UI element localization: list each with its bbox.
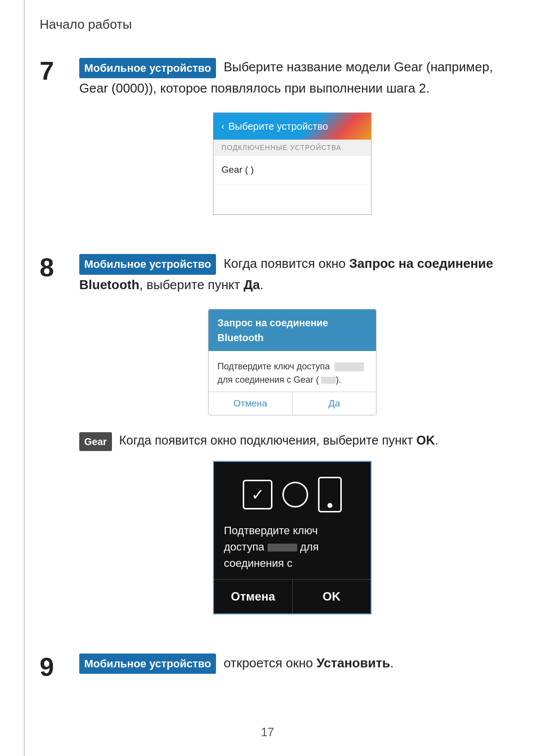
- step-9-number: 9: [40, 653, 74, 681]
- step-9-content: Мобильное устройство откроется окно Уста…: [79, 653, 505, 688]
- bluetooth-cancel-btn[interactable]: Отмена: [209, 392, 293, 415]
- step-9-text-before: откроется окно: [220, 655, 317, 670]
- device-select-item[interactable]: Gear ( ): [214, 156, 371, 185]
- gear-note-text: Когда появится окно подключения, выберит…: [116, 433, 417, 447]
- step-9-bold: Установить: [317, 655, 390, 670]
- pin-gray: [268, 544, 297, 552]
- bluetooth-dialog-title: Запрос на соединение Bluetooth: [209, 309, 376, 351]
- page-border: [24, 0, 25, 756]
- back-arrow-icon: ‹: [221, 120, 224, 133]
- badge-mobile-7: Мобильное устройство: [79, 58, 216, 78]
- device-select-title: Выберите устройство: [228, 119, 328, 134]
- gear-note-ok: OK: [416, 433, 435, 447]
- circle-icon: [282, 482, 308, 507]
- device-section-label: ПОДКЛЮЧЕННЫЕ УСТРОЙСТВА: [214, 140, 371, 156]
- bluetooth-yes-btn[interactable]: Да: [293, 392, 376, 415]
- phone-icon: [318, 477, 342, 512]
- gear-confirm-buttons: Отмена OK: [214, 579, 371, 613]
- gear-confirm-text: Подтвердите ключдоступа длясоединения с: [214, 522, 371, 579]
- bluetooth-dialog-body: Подтвердите ключ доступа для соединения …: [209, 351, 376, 392]
- pin-box: [334, 362, 364, 371]
- gear-confirm-screenshot: ✓ Подтвердите ключдоступа длясоединения …: [79, 461, 505, 614]
- bluetooth-dialog: Запрос на соединение Bluetooth Подтверди…: [208, 309, 376, 415]
- step-9-end: .: [390, 655, 393, 670]
- bluetooth-dialog-buttons: Отмена Да: [209, 392, 376, 415]
- step-7-text: Мобильное устройство Выберите название м…: [79, 57, 505, 99]
- badge-mobile-9: Мобильное устройство: [79, 654, 216, 674]
- gear-confirm-icons: ✓: [214, 462, 371, 522]
- gear-note-end: .: [435, 433, 438, 447]
- page-number: 17: [261, 723, 274, 741]
- step-7-screenshot: ‹ Выберите устройство ПОДКЛЮЧЕННЫЕ УСТРО…: [79, 112, 505, 215]
- step-8-bold-da: Да: [244, 277, 260, 292]
- pin-box-2: [321, 377, 336, 384]
- step-7: 7 Мобильное устройство Выберите название…: [40, 57, 505, 230]
- step-8-text: Мобильное устройство Когда появится окно…: [79, 253, 505, 295]
- badge-mobile-8: Мобильное устройство: [79, 254, 216, 274]
- step-9: 9 Мобильное устройство откроется окно Ус…: [40, 653, 505, 688]
- step-9-text: Мобильное устройство откроется окно Уста…: [79, 653, 505, 674]
- step-8: 8 Мобильное устройство Когда появится ок…: [40, 253, 505, 629]
- gear-ok-btn[interactable]: OK: [293, 580, 371, 613]
- gear-note: Gear Когда появится окно подключения, вы…: [79, 430, 505, 451]
- step-8-text-end: .: [260, 277, 264, 292]
- badge-gear: Gear: [79, 432, 112, 451]
- page-header: Начало работы: [40, 15, 505, 37]
- check-icon: ✓: [243, 480, 272, 509]
- step-8-text-before: Когда появится окно: [220, 256, 349, 271]
- gear-cancel-btn[interactable]: Отмена: [214, 580, 293, 613]
- device-select-empty: [214, 185, 371, 214]
- gear-confirm-screen: ✓ Подтвердите ключдоступа длясоединения …: [213, 461, 372, 614]
- step-8-number: 8: [40, 253, 74, 282]
- step-8-content: Мобильное устройство Когда появится окно…: [79, 253, 505, 629]
- step-7-number: 7: [40, 57, 74, 85]
- device-select-header: ‹ Выберите устройство: [214, 113, 371, 140]
- bluetooth-screenshot: Запрос на соединение Bluetooth Подтверди…: [79, 309, 505, 415]
- step-7-content: Мобильное устройство Выберите название м…: [79, 57, 505, 230]
- device-select-screen: ‹ Выберите устройство ПОДКЛЮЧЕННЫЕ УСТРО…: [213, 112, 372, 215]
- step-8-text-mid: , выберите пункт: [139, 277, 244, 292]
